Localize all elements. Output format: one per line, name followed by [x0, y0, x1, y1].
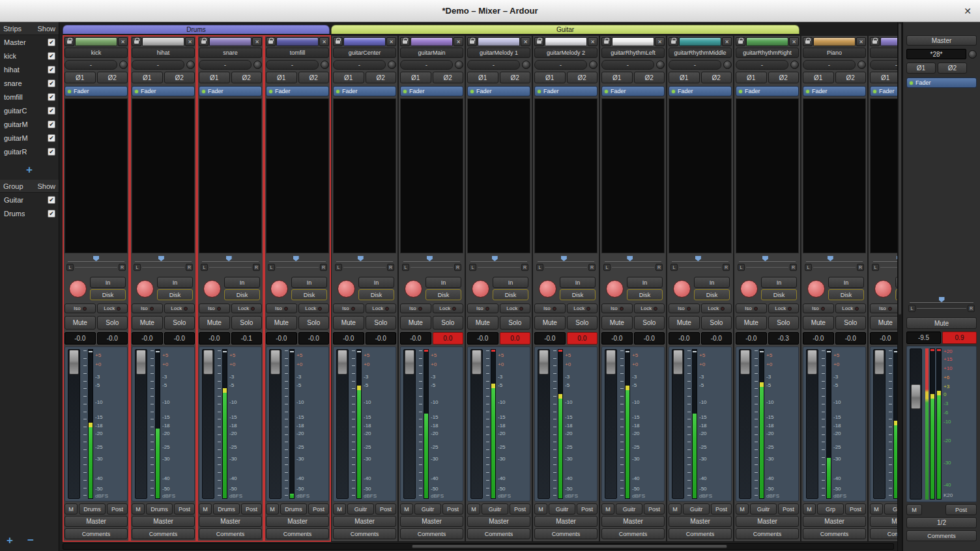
fader-handle[interactable]: [472, 350, 482, 374]
fader-handle[interactable]: [874, 350, 884, 374]
solo-isolate-button[interactable]: Iso: [669, 304, 700, 313]
trim-knob[interactable]: [186, 61, 195, 69]
vertical-scrollbar-handle[interactable]: [899, 23, 901, 315]
metering-button[interactable]: M: [870, 503, 883, 515]
master-peak-display[interactable]: 0.9: [942, 332, 977, 344]
fader-handle[interactable]: [673, 350, 683, 374]
solo-isolate-button[interactable]: Iso: [266, 304, 297, 313]
trim-knob[interactable]: [790, 61, 799, 69]
fader-slider[interactable]: [672, 349, 684, 499]
phase-invert-1-button[interactable]: Ø1: [601, 72, 633, 83]
fader-slider[interactable]: [873, 349, 886, 499]
strip-name-button[interactable]: guitarRhythmLeft: [601, 48, 665, 58]
phase-invert-1-button[interactable]: Ø1: [467, 72, 498, 83]
peak-display[interactable]: -0.0: [298, 332, 330, 345]
strip-color-bar[interactable]: [813, 37, 856, 46]
sidebar-strip-item[interactable]: guitarR✔: [0, 145, 59, 158]
strip-hide-button[interactable]: ✕: [521, 37, 530, 46]
pan-slider[interactable]: [605, 255, 661, 262]
solo-lock-button[interactable]: Lock: [768, 304, 800, 313]
pan-slider[interactable]: [806, 255, 863, 262]
sidebar-strip-item[interactable]: guitarM✔: [0, 117, 59, 131]
phase-invert-1-button[interactable]: Ø1: [132, 72, 163, 83]
strip-name-button[interactable]: guitarMelody 2: [534, 48, 598, 58]
sidebar-strip-item[interactable]: tomfill✔: [0, 90, 59, 104]
group-tab-drums[interactable]: Drums: [63, 25, 330, 34]
input-source-button[interactable]: -: [601, 60, 654, 70]
solo-button[interactable]: Solo: [634, 316, 665, 330]
strip-name-button[interactable]: kick: [65, 48, 128, 58]
output-button[interactable]: Master: [333, 516, 396, 527]
peak-display[interactable]: -0.0: [366, 332, 397, 345]
solo-lock-button[interactable]: Lock: [634, 304, 665, 313]
record-enable-button[interactable]: [606, 280, 624, 298]
phase-invert-2-button[interactable]: Ø2: [634, 72, 665, 83]
fader-processor[interactable]: Fader: [65, 86, 128, 96]
master-comments-button[interactable]: Comments: [906, 530, 977, 541]
strip-name-button[interactable]: Piano: [803, 48, 866, 58]
comments-button[interactable]: Comments: [601, 528, 665, 539]
phase-invert-2-button[interactable]: Ø2: [164, 72, 195, 83]
add-strip-button[interactable]: +: [3, 163, 56, 177]
phase-invert-2-button[interactable]: Ø2: [701, 72, 732, 83]
meter-point-button[interactable]: Post: [241, 503, 262, 515]
meter-point-button[interactable]: Post: [644, 503, 665, 515]
strip-hide-button[interactable]: ✕: [319, 37, 329, 46]
trim-knob[interactable]: [522, 61, 530, 69]
monitor-disk-button[interactable]: Disk: [425, 289, 461, 300]
solo-isolate-button[interactable]: Iso: [132, 304, 163, 313]
group-button[interactable]: Drums: [146, 503, 173, 515]
strip-name-button[interactable]: st: [870, 48, 897, 58]
show-checkbox[interactable]: ✔: [48, 66, 55, 74]
peak-display[interactable]: -0.0: [164, 332, 195, 345]
horizontal-scrollbar-handle[interactable]: [412, 544, 727, 548]
group-button[interactable]: Guitr: [616, 503, 642, 515]
gain-display[interactable]: -0.0: [333, 332, 364, 345]
mute-button[interactable]: Mute: [803, 316, 834, 330]
output-button[interactable]: Master: [870, 516, 897, 527]
meter-point-button[interactable]: Post: [174, 503, 195, 515]
fader-slider[interactable]: [68, 349, 80, 499]
fader-handle[interactable]: [740, 350, 750, 374]
output-button[interactable]: Master: [534, 516, 598, 527]
strip-color-bar[interactable]: [612, 37, 654, 46]
output-button[interactable]: Master: [736, 516, 799, 527]
output-button[interactable]: Master: [601, 516, 665, 527]
comments-button[interactable]: Comments: [870, 528, 897, 539]
record-enable-button[interactable]: [874, 280, 892, 298]
fader-handle[interactable]: [136, 350, 146, 374]
monitor-disk-button[interactable]: Disk: [761, 289, 797, 300]
show-checkbox[interactable]: ✔: [48, 210, 55, 218]
master-input-button[interactable]: *28*: [906, 49, 966, 59]
show-checkbox[interactable]: ✔: [48, 196, 55, 204]
input-source-button[interactable]: -: [333, 60, 386, 70]
metering-button[interactable]: M: [266, 503, 279, 515]
metering-button[interactable]: M: [132, 503, 145, 515]
meter-point-button[interactable]: Post: [375, 503, 396, 515]
pan-thumb[interactable]: [828, 256, 833, 261]
sidebar-strip-item[interactable]: guitarM✔: [0, 131, 59, 145]
strip-width-button[interactable]: [400, 37, 410, 46]
strip-width-button[interactable]: [803, 37, 813, 46]
strip-name-button[interactable]: hihat: [132, 48, 195, 58]
pan-slider[interactable]: [68, 255, 124, 262]
monitor-disk-button[interactable]: Disk: [493, 289, 528, 300]
comments-button[interactable]: Comments: [333, 528, 396, 539]
solo-button[interactable]: Solo: [298, 316, 330, 330]
strip-name-button[interactable]: guitarRhythmMiddle: [669, 48, 732, 58]
remove-group-button[interactable]: −: [27, 534, 34, 547]
meter-point-button[interactable]: Post: [711, 503, 732, 515]
record-enable-button[interactable]: [270, 280, 288, 298]
mute-button[interactable]: Mute: [400, 316, 431, 330]
monitor-input-button[interactable]: In: [358, 277, 394, 288]
sidebar-strip-item[interactable]: guitarC✔: [0, 104, 59, 117]
strip-color-bar[interactable]: [209, 37, 252, 46]
phase-invert-1-button[interactable]: Ø1: [534, 72, 566, 83]
sidebar-strip-item[interactable]: snare✔: [0, 76, 59, 90]
strip-width-button[interactable]: [333, 37, 343, 46]
monitor-disk-button[interactable]: Disk: [157, 289, 193, 300]
mute-button[interactable]: Mute: [132, 316, 163, 330]
pan-thumb[interactable]: [627, 256, 633, 261]
strip-color-bar[interactable]: [142, 37, 184, 46]
pan-thumb[interactable]: [492, 256, 498, 261]
